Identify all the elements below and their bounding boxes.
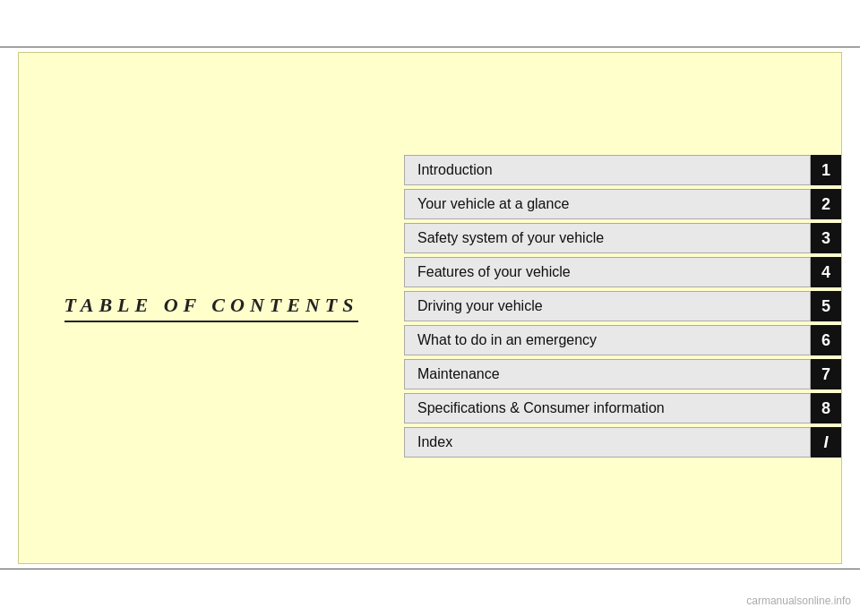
toc-number-9: I: [811, 427, 841, 458]
toc-label-3: Safety system of your vehicle: [404, 223, 811, 253]
toc-label-8: Specifications & Consumer information: [404, 393, 811, 424]
toc-label-5: Driving your vehicle: [404, 291, 811, 321]
top-divider: [0, 47, 860, 47]
toc-label-6: What to do in an emergency: [404, 325, 811, 355]
toc-row[interactable]: Driving your vehicle5: [404, 291, 841, 321]
toc-row[interactable]: Introduction1: [404, 155, 841, 185]
toc-number-7: 7: [811, 359, 841, 389]
toc-label-2: Your vehicle at a glance: [404, 189, 811, 219]
toc-number-3: 3: [811, 223, 841, 253]
watermark: carmanualsonline.info: [746, 595, 851, 607]
main-content-area: TABLE OF CONTENTS Introduction1Your vehi…: [18, 52, 842, 564]
toc-label-1: Introduction: [404, 155, 811, 185]
toc-label-7: Maintenance: [404, 359, 811, 389]
toc-list: Introduction1Your vehicle at a glance2Sa…: [404, 53, 841, 563]
left-panel: TABLE OF CONTENTS: [19, 53, 404, 563]
toc-number-2: 2: [811, 189, 841, 219]
toc-row[interactable]: Safety system of your vehicle3: [404, 223, 841, 253]
toc-number-4: 4: [811, 257, 841, 287]
toc-label-9: Index: [404, 427, 811, 458]
toc-label-4: Features of your vehicle: [404, 257, 811, 287]
toc-row[interactable]: Maintenance7: [404, 359, 841, 389]
toc-number-1: 1: [811, 155, 841, 185]
toc-number-5: 5: [811, 291, 841, 321]
toc-title: TABLE OF CONTENTS: [64, 294, 359, 322]
toc-row[interactable]: Your vehicle at a glance2: [404, 189, 841, 219]
toc-row[interactable]: IndexI: [404, 427, 841, 458]
bottom-divider: [0, 569, 860, 569]
toc-row[interactable]: Features of your vehicle4: [404, 257, 841, 287]
toc-number-6: 6: [811, 325, 841, 355]
toc-row[interactable]: Specifications & Consumer information8: [404, 393, 841, 424]
toc-number-8: 8: [811, 393, 841, 424]
toc-row[interactable]: What to do in an emergency6: [404, 325, 841, 355]
